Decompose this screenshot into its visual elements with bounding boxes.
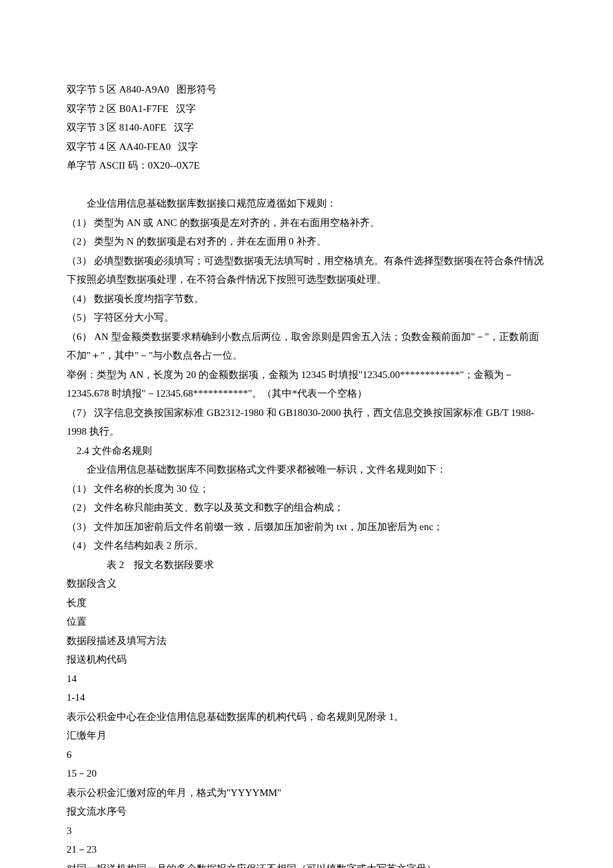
row3-description: 对同一报送机构同一月的多个数据报文应保证不相同（可以填数字或大写英文字母） (67, 859, 546, 869)
table-header-position: 位置 (67, 612, 546, 631)
rule-7: （7） 汉字信息交换按国家标准 GB2312-1980 和 GB18030-20… (67, 403, 546, 441)
rule-4: （4） 数据项长度均指字节数。 (67, 289, 546, 309)
rule-1: （1） 类型为 AN 或 ANC 的数据项是左对齐的，并在右面用空格补齐。 (67, 213, 546, 233)
row1-length: 14 (67, 669, 546, 689)
ascii-line: 单字节 ASCII 码：0X20--0X7E (67, 156, 546, 175)
row2-meaning: 汇缴年月 (67, 726, 546, 745)
rules-intro: 企业信用信息基础数据库数据接口规范应遵循如下规则： (67, 194, 546, 213)
file-rule-1: （1） 文件名称的长度为 30 位； (67, 479, 546, 499)
row1-position: 1-14 (67, 688, 546, 707)
byte-zone-3: 双字节 3 区 8140-A0FE 汉字 (67, 118, 546, 137)
rule-example: 举例：类型为 AN，长度为 20 的金额数据项，金额为 12345 时填报"12… (67, 365, 546, 403)
table-header-meaning: 数据段含义 (67, 574, 546, 593)
table-2-caption: 表 2 报文名数据段要求 (67, 555, 546, 575)
row3-meaning: 报文流水序号 (67, 802, 546, 821)
row2-description: 表示公积金汇缴对应的年月，格式为"YYYYMM" (67, 783, 546, 803)
blank-line (67, 175, 546, 195)
byte-zone-5: 双字节 5 区 A840-A9A0 图形符号 (67, 80, 546, 99)
row2-length: 6 (67, 745, 546, 765)
file-rule-2: （2） 文件名称只能由英文、数字以及英文和数字的组合构成； (67, 498, 546, 517)
row3-length: 3 (67, 821, 546, 841)
rule-5: （5） 字符区分大小写。 (67, 308, 546, 327)
section-2-4-heading: 2.4 文件命名规则 (67, 441, 546, 461)
row3-position: 21－23 (67, 840, 546, 859)
row1-meaning: 报送机构代码 (67, 650, 546, 669)
byte-zone-4: 双字节 4 区 AA40-FEA0 汉字 (67, 137, 546, 157)
rule-2: （2） 类型为 N 的数据项是右对齐的，并在左面用 0 补齐。 (67, 232, 546, 251)
file-rule-3: （3） 文件加压加密前后文件名前缀一致，后缀加压加密前为 txt，加压加密后为 … (67, 517, 546, 537)
file-rule-4: （4） 文件名结构如表 2 所示。 (67, 536, 546, 555)
table-header-description: 数据段描述及填写方法 (67, 631, 546, 651)
row2-position: 15－20 (67, 764, 546, 783)
row1-description: 表示公积金中心在企业信用信息基础数据库的机构代码，命名规则见附录 1。 (67, 707, 546, 727)
rule-3: （3） 必填型数据项必须填写；可选型数据项无法填写时，用空格填充。有条件选择型数… (67, 251, 546, 289)
rule-6: （6） AN 型金额类数据要求精确到小数点后两位，取舍原则是四舍五入法；负数金额… (67, 327, 546, 365)
byte-zone-2: 双字节 2 区 B0A1-F7FE 汉字 (67, 99, 546, 119)
file-naming-intro: 企业信用信息基础数据库不同数据格式文件要求都被唯一标识，文件名规则如下： (67, 460, 546, 479)
table-header-length: 长度 (67, 593, 546, 613)
